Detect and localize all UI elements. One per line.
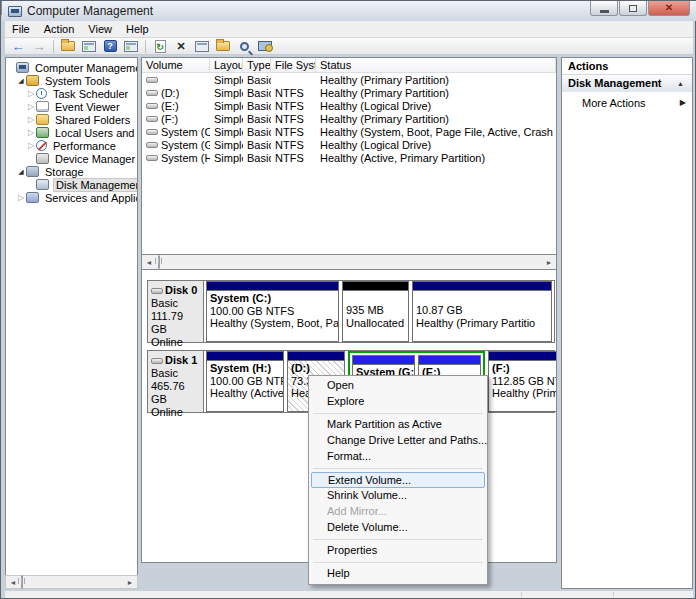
actions-disk-management-header[interactable]: Disk Management ▲ [562, 75, 692, 92]
tree-item-task-scheduler[interactable]: ▷ Task Scheduler [6, 87, 137, 100]
expand-arrow-icon[interactable]: ▷ [26, 128, 36, 137]
restore-button[interactable] [619, 1, 647, 16]
drive-icon [146, 103, 158, 109]
menu-item-open[interactable]: Open [311, 378, 485, 394]
tree-item-performance[interactable]: ▷ Performance [6, 139, 137, 152]
primary-partition-bar [489, 352, 557, 361]
minimize-button[interactable] [590, 1, 618, 16]
logical-drive-bar [353, 356, 414, 365]
scroll-right-arrow-icon[interactable]: ► [542, 256, 556, 268]
menu-item-format[interactable]: Format... [311, 449, 485, 465]
tree-hscrollbar[interactable]: ◄ ► [5, 575, 138, 589]
refresh-button[interactable]: ↻ [151, 39, 169, 54]
open-folder-icon [216, 41, 230, 51]
close-icon: ✕ [665, 3, 673, 13]
volume-row[interactable]: Simple Basic Healthy (Primary Partition) [142, 73, 556, 86]
chevron-up-icon[interactable]: ▲ [677, 80, 684, 87]
disk0-strip: Disk 0 Basic 111.79 GB Online System (C:… [147, 280, 555, 343]
menu-bar: File Action View Help [5, 21, 693, 38]
menu-view[interactable]: View [81, 21, 119, 37]
column-type[interactable]: Type [243, 58, 271, 72]
menu-item-shrink-volume[interactable]: Shrink Volume... [311, 488, 485, 504]
scroll-left-arrow-icon[interactable]: ◄ [142, 256, 156, 268]
restore-icon [629, 5, 637, 12]
scroll-right-arrow-icon[interactable]: ► [123, 576, 137, 588]
volume-list-hscrollbar[interactable]: ◄ ► [141, 255, 557, 269]
tree-item-disk-management[interactable]: Disk Management [6, 178, 137, 191]
up-folder-button[interactable] [59, 39, 77, 54]
expand-arrow-icon[interactable]: ▷ [16, 193, 26, 202]
expand-arrow-icon[interactable]: ▷ [26, 141, 36, 150]
show-console-tree-button[interactable] [80, 39, 98, 54]
partition-h[interactable]: System (H:) 100.00 GB NTFS Healthy (Acti… [206, 351, 284, 412]
tree-item-computer-management[interactable]: Computer Management (Local [6, 61, 137, 74]
expand-arrow-icon[interactable]: ▷ [26, 115, 36, 124]
computer-management-window: Computer Management ✕ File Action View H… [0, 0, 696, 599]
tree-item-local-users-groups[interactable]: ▷ Local Users and Groups [6, 126, 137, 139]
volume-row[interactable]: System (C:) Simple Basic NTFS Healthy (S… [142, 125, 556, 138]
disk1-label[interactable]: Disk 1 Basic 465.76 GB Online [148, 351, 204, 412]
menu-help[interactable]: Help [119, 21, 156, 37]
expand-arrow-icon[interactable]: ▷ [26, 102, 36, 111]
menu-item-extend-volume[interactable]: Extend Volume... [311, 472, 485, 488]
menu-separator [313, 562, 483, 563]
menu-item-delete-volume[interactable]: Delete Volume... [311, 520, 485, 536]
tree-item-storage[interactable]: ◢ Storage [6, 165, 137, 178]
partition-recovery[interactable]: 10.87 GB Healthy (Primary Partitio [412, 281, 552, 342]
menu-item-change-drive-letter[interactable]: Change Drive Letter and Paths... [311, 433, 485, 449]
collapse-arrow-icon[interactable]: ◢ [16, 168, 26, 176]
partition-context-menu: Open Explore Mark Partition as Active Ch… [308, 375, 488, 585]
menu-action[interactable]: Action [37, 21, 82, 37]
primary-partition-bar [207, 352, 283, 361]
tree-item-system-tools[interactable]: ◢ System Tools [6, 74, 137, 87]
column-file-system[interactable]: File System [271, 58, 316, 72]
scroll-thumb[interactable] [158, 255, 160, 269]
tree-item-shared-folders[interactable]: ▷ Shared Folders [6, 113, 137, 126]
device-manager-icon [36, 153, 49, 164]
properties-button[interactable] [193, 39, 211, 54]
tree-item-event-viewer[interactable]: ▷ Event Viewer [6, 100, 137, 113]
find-button[interactable] [235, 39, 253, 54]
system-tools-icon [26, 75, 39, 86]
open-folder-button[interactable] [214, 39, 232, 54]
menu-item-mark-partition-active[interactable]: Mark Partition as Active [311, 417, 485, 433]
drive-icon [146, 77, 158, 83]
local-users-groups-icon [36, 127, 49, 138]
volume-row[interactable]: System (H:) Simple Basic NTFS Healthy (A… [142, 151, 556, 164]
volume-row[interactable]: (E:) Simple Basic NTFS Healthy (Logical … [142, 99, 556, 112]
menu-item-explore[interactable]: Explore [311, 394, 485, 410]
show-action-pane-button[interactable] [122, 39, 140, 54]
drive-icon [146, 116, 158, 122]
partition-c[interactable]: System (C:) 100.00 GB NTFS Healthy (Syst… [206, 281, 339, 342]
close-button[interactable]: ✕ [648, 1, 690, 16]
column-volume[interactable]: Volume [142, 58, 210, 72]
menu-item-help[interactable]: Help [311, 566, 485, 582]
disk0-label[interactable]: Disk 0 Basic 111.79 GB Online [148, 281, 204, 342]
expand-arrow-icon[interactable]: ▷ [26, 89, 36, 98]
more-actions-item[interactable]: More Actions ▶ [562, 94, 692, 111]
collapse-arrow-icon[interactable]: ◢ [16, 77, 26, 85]
tree-item-device-manager[interactable]: Device Manager [6, 152, 137, 165]
drive-icon [146, 142, 158, 148]
help-button[interactable]: ? [101, 39, 119, 54]
tree-item-services-applications[interactable]: ▷ Services and Applications [6, 191, 137, 204]
console-tree-pane: Computer Management (Local ◢ System Tool… [5, 57, 138, 589]
title-bar[interactable]: Computer Management ✕ [2, 1, 696, 21]
volume-row[interactable]: System (G:) Simple Basic NTFS Healthy (L… [142, 138, 556, 151]
volume-row[interactable]: (F:) Simple Basic NTFS Healthy (Primary … [142, 112, 556, 125]
actions-title: Actions [562, 58, 692, 75]
menu-file[interactable]: File [5, 21, 37, 37]
volume-row[interactable]: (D:) Simple Basic NTFS Healthy (Primary … [142, 86, 556, 99]
manage-computer-button[interactable] [256, 39, 274, 54]
unallocated-bar [343, 282, 408, 291]
forward-button[interactable]: → [30, 39, 48, 54]
scroll-thumb[interactable] [21, 575, 23, 589]
back-button[interactable]: ← [9, 39, 27, 54]
delete-button[interactable]: ✕ [172, 39, 190, 54]
menu-separator [313, 413, 483, 414]
menu-item-properties[interactable]: Properties [311, 543, 485, 559]
column-layout[interactable]: Layout [210, 58, 243, 72]
partition-f[interactable]: (F:) 112.85 GB NTFS Healthy (Primary [488, 351, 557, 412]
column-status[interactable]: Status [316, 58, 556, 72]
partition-unallocated[interactable]: 935 MB Unallocated [342, 281, 409, 342]
